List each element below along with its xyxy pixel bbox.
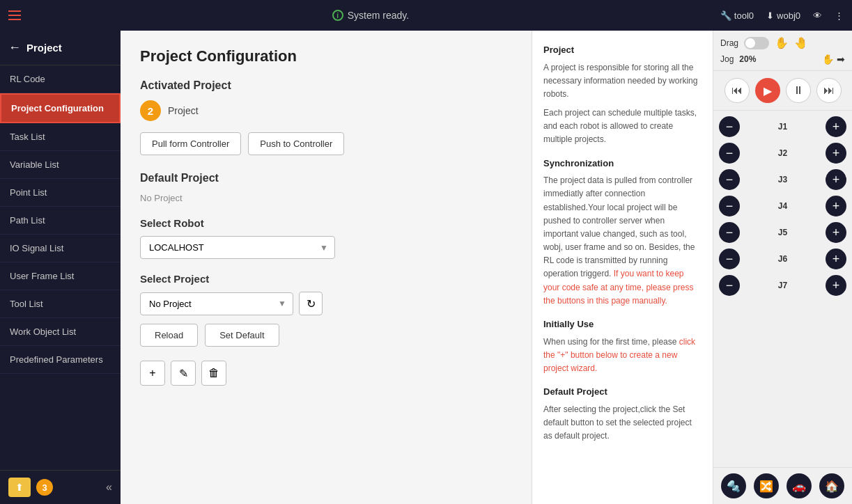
j4-minus-button[interactable]: − xyxy=(719,196,740,216)
skip-forward-button[interactable]: ⏭ xyxy=(816,78,842,103)
j3-plus-button[interactable]: + xyxy=(826,169,846,190)
j5-minus-button[interactable]: − xyxy=(719,222,740,243)
joint-row-j7: − J7 + xyxy=(719,274,846,297)
j4-plus-button[interactable]: + xyxy=(826,196,846,216)
path-icon: 🔀 xyxy=(759,480,773,493)
menu-dots-button[interactable]: ⋮ xyxy=(835,10,844,21)
pause-icon: ⏸ xyxy=(793,84,804,97)
skip-back-icon: ⏮ xyxy=(731,84,743,97)
wobj-indicator[interactable]: ⬇ wobj0 xyxy=(766,10,800,21)
select-project-label: Select Project xyxy=(140,273,512,285)
joint-row-j4: − J4 + xyxy=(719,194,846,218)
drag-toggle-thumb xyxy=(745,38,755,48)
joint-row-j2: − J2 + xyxy=(719,141,846,165)
drag-jog-area: Drag ✋ 🤚 Jog 20% ✋ ➡ xyxy=(713,31,852,71)
info-initially-text: When using for the first time, please cl… xyxy=(543,336,702,376)
default-project-section: Default Project No Project xyxy=(140,172,512,203)
sidebar-footer-btn[interactable]: ⬆ xyxy=(8,478,31,497)
j6-plus-button[interactable]: + xyxy=(826,249,846,269)
sidebar-item-predefined-params[interactable]: Predefined Parameters xyxy=(0,346,121,374)
jog-icon-1[interactable]: ✋ xyxy=(822,54,834,65)
main-layout: ← Project RL Code Project Configuration … xyxy=(0,31,852,504)
system-status: System ready. xyxy=(348,10,409,21)
play-icon: ▶ xyxy=(764,84,772,97)
sidebar-item-task-list[interactable]: Task List xyxy=(0,123,121,151)
j3-label: J3 xyxy=(778,175,787,184)
reload-button[interactable]: Reload xyxy=(140,324,198,347)
j2-minus-button[interactable]: − xyxy=(719,143,740,164)
info-panel: Project A project is responsible for sto… xyxy=(532,31,713,504)
robot-icon-btn[interactable]: 🚗 xyxy=(787,473,812,498)
joint-row-j3: − J3 + xyxy=(719,168,846,191)
pause-button[interactable]: ⏸ xyxy=(786,78,811,103)
sidebar-item-io-signal-list[interactable]: IO Signal List xyxy=(0,235,121,262)
skip-back-button[interactable]: ⏮ xyxy=(725,78,750,103)
tool-icon: 🔩 xyxy=(727,480,741,493)
info-default-text: After selecting the project,click the Se… xyxy=(543,403,702,443)
jog-row: Jog 20% ✋ ➡ xyxy=(720,54,845,65)
delete-project-button[interactable]: 🗑 xyxy=(201,361,226,386)
robot-select[interactable]: LOCALHOST xyxy=(140,236,335,259)
robot-select-wrapper: LOCALHOST ▼ xyxy=(140,236,335,259)
j2-plus-button[interactable]: + xyxy=(826,143,846,164)
activated-project-text: Project xyxy=(168,105,199,116)
home-icon-btn[interactable]: 🏠 xyxy=(819,473,844,498)
upload-icon: ⬆ xyxy=(15,482,24,493)
j6-label: J6 xyxy=(778,254,787,264)
project-select[interactable]: No Project xyxy=(140,292,293,315)
hamburger-menu[interactable] xyxy=(8,9,21,22)
pull-form-controller-button[interactable]: Pull form Controller xyxy=(140,132,241,155)
right-panel: Drag ✋ 🤚 Jog 20% ✋ ➡ ⏮ ▶ xyxy=(713,31,852,504)
sidebar-item-rl-code[interactable]: RL Code xyxy=(0,65,121,93)
info-sync-title: Synchronization xyxy=(543,157,702,171)
tool-icon-btn[interactable]: 🔩 xyxy=(721,473,746,498)
j7-minus-button[interactable]: − xyxy=(719,275,740,296)
sidebar: ← Project RL Code Project Configuration … xyxy=(0,31,121,504)
jog-icons: ✋ ➡ xyxy=(822,54,845,65)
sidebar-header[interactable]: ← Project xyxy=(0,31,121,65)
collapse-sidebar-button[interactable]: « xyxy=(106,481,112,494)
tool-indicator[interactable]: 🔧 tool0 xyxy=(720,10,754,21)
info-sync-text: The project data is pulled from controll… xyxy=(543,174,702,308)
jog-icon-2[interactable]: ➡ xyxy=(837,54,845,65)
j1-plus-button[interactable]: + xyxy=(826,116,846,137)
sidebar-item-project-config[interactable]: Project Configuration xyxy=(0,93,121,123)
j5-plus-button[interactable]: + xyxy=(826,222,846,243)
topbar-left xyxy=(8,9,21,22)
activated-badge: 2 xyxy=(140,100,161,121)
sidebar-item-work-object-list[interactable]: Work Object List xyxy=(0,318,121,346)
wobj-label: wobj0 xyxy=(777,10,800,21)
status-icon: i xyxy=(332,10,343,21)
sidebar-item-user-frame-list[interactable]: User Frame List xyxy=(0,262,121,290)
refresh-button[interactable]: ↻ xyxy=(299,292,323,315)
push-to-controller-button[interactable]: Push to Controller xyxy=(248,132,344,155)
robot-icon: 🚗 xyxy=(792,480,806,493)
activated-project-row: 2 Project xyxy=(140,100,512,121)
j7-label: J7 xyxy=(778,281,787,290)
set-default-button[interactable]: Set Default xyxy=(205,324,279,347)
skip-forward-icon: ⏭ xyxy=(823,84,835,97)
drag-row: Drag ✋ 🤚 xyxy=(720,36,845,49)
path-icon-btn[interactable]: 🔀 xyxy=(754,473,779,498)
edit-project-button[interactable]: ✎ xyxy=(171,361,196,386)
topbar-center: i System ready. xyxy=(21,10,720,21)
j6-minus-button[interactable]: − xyxy=(719,249,740,269)
sidebar-item-variable-list[interactable]: Variable List xyxy=(0,151,121,179)
page-title: Project Configuration xyxy=(140,47,512,65)
info-default-title: Default Project xyxy=(543,385,702,399)
add-project-button[interactable]: + xyxy=(140,361,165,386)
refresh-icon: ↻ xyxy=(307,297,316,310)
joint-row-j6: − J6 + xyxy=(719,247,846,271)
j7-plus-button[interactable]: + xyxy=(826,275,846,296)
sidebar-item-point-list[interactable]: Point List xyxy=(0,179,121,207)
j3-minus-button[interactable]: − xyxy=(719,169,740,190)
eye-button[interactable]: 👁 xyxy=(813,10,822,21)
info-project-text: A project is responsible for storing all… xyxy=(543,61,702,102)
sidebar-item-tool-list[interactable]: Tool List xyxy=(0,290,121,318)
footer-badge: 3 xyxy=(36,479,53,496)
play-button[interactable]: ▶ xyxy=(755,78,780,103)
drag-toggle[interactable] xyxy=(744,37,769,49)
j1-minus-button[interactable]: − xyxy=(719,116,740,137)
sidebar-item-path-list[interactable]: Path List xyxy=(0,207,121,235)
select-project-row: No Project ▼ ↻ xyxy=(140,292,512,315)
